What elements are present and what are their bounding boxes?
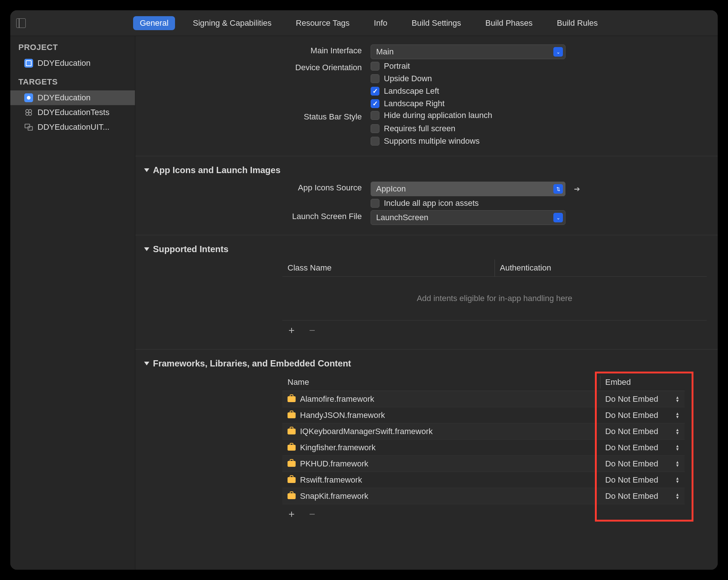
svg-point-2 [26, 112, 29, 115]
frameworks-table: Name Embed Alamofire.frameworkDo Not Emb… [282, 374, 685, 524]
checkbox[interactable] [371, 124, 379, 133]
status-bar-label: Status Bar Style [135, 111, 371, 122]
svg-point-1 [29, 110, 32, 112]
status-hide-launch-label: Hide during application launch [384, 111, 492, 120]
editor-tabbar: General Signing & Capabilities Resource … [10, 10, 718, 36]
status-fullscreen-label: Requires full screen [384, 124, 455, 133]
orientation-landscape-right-label: Landscape Right [384, 99, 445, 108]
tab-signing[interactable]: Signing & Capabilities [186, 16, 278, 30]
orientation-upside-down[interactable]: Upside Down [371, 74, 703, 83]
include-all-icons-label: Include all app icon assets [384, 198, 479, 208]
checkbox[interactable] [371, 99, 379, 108]
add-intent-button[interactable] [287, 326, 296, 335]
status-hide-launch[interactable]: Hide during application launch [371, 111, 703, 120]
svg-rect-4 [25, 124, 30, 128]
checkbox[interactable] [371, 87, 379, 96]
framework-icon [288, 445, 296, 451]
unit-tests-icon [24, 108, 33, 117]
section-frameworks-title: Frameworks, Libraries, and Embedded Cont… [153, 358, 351, 369]
svg-rect-5 [28, 126, 32, 130]
tab-build-settings[interactable]: Build Settings [405, 16, 468, 30]
checkbox[interactable] [371, 74, 379, 83]
framework-name: IQKeyboardManagerSwift.framework [300, 427, 433, 436]
sidebar-toggle-icon[interactable] [16, 18, 26, 28]
framework-icon [288, 493, 296, 499]
sidebar-target-tests[interactable]: DDYEducationTests [10, 105, 135, 120]
status-multiwindow-label: Supports multiple windows [384, 136, 479, 146]
app-icons-source-select[interactable]: AppIcon ⇅ [371, 182, 565, 196]
framework-name: Alamofire.framework [300, 394, 374, 404]
tab-info[interactable]: Info [367, 16, 394, 30]
section-intents[interactable]: Supported Intents [135, 235, 718, 259]
framework-name: HandyJSON.framework [300, 411, 385, 420]
editor-main: Main Interface Main ⌄ Device Orientation… [135, 36, 718, 570]
checkbox[interactable] [371, 111, 379, 120]
add-framework-button[interactable] [287, 509, 296, 519]
sidebar-project-item[interactable]: DDYEducation [10, 56, 135, 71]
frameworks-col-name[interactable]: Name [282, 374, 600, 391]
sidebar-target-uitests-label: DDYEducationUIT... [38, 122, 110, 132]
sidebar-target-app-label: DDYEducation [38, 93, 90, 103]
xcode-target-editor: General Signing & Capabilities Resource … [10, 10, 718, 570]
framework-icon [288, 396, 296, 402]
launch-screen-value: LaunchScreen [376, 213, 428, 222]
framework-name: Rswift.framework [300, 475, 362, 485]
sidebar-target-uitests[interactable]: DDYEducationUIT... [10, 120, 135, 135]
orientation-portrait-label: Portrait [384, 61, 410, 71]
sidebar-project-header: PROJECT [10, 36, 135, 56]
framework-name: PKHUD.framework [300, 459, 368, 469]
main-interface-select[interactable]: Main ⌄ [371, 44, 565, 59]
checkbox[interactable] [371, 137, 379, 146]
framework-icon [288, 412, 296, 418]
sidebar-project-label: DDYEducation [38, 58, 90, 68]
intents-table: Class Name Authentication Add intents el… [282, 259, 707, 340]
remove-framework-button[interactable] [307, 509, 317, 519]
intents-col-auth[interactable]: Authentication [495, 259, 707, 276]
intents-header: Class Name Authentication [282, 259, 707, 277]
main-interface-label: Main Interface [135, 44, 371, 56]
dropdown-arrow-icon: ⌄ [553, 213, 563, 222]
remove-intent-button[interactable] [307, 326, 317, 335]
dropdown-arrow-icon: ⌄ [553, 47, 563, 57]
orientation-upside-down-label: Upside Down [384, 74, 432, 83]
framework-icon [288, 461, 296, 467]
app-target-icon [24, 93, 33, 102]
editor-tabs: General Signing & Capabilities Resource … [26, 16, 712, 30]
project-sidebar: PROJECT DDYEducation TARGETS DDYEducatio… [10, 36, 135, 570]
checkbox[interactable] [371, 199, 379, 208]
chevron-down-icon [144, 168, 149, 172]
go-to-asset-icon[interactable]: ➔ [572, 184, 582, 194]
app-icons-source-value: AppIcon [376, 184, 406, 194]
annotation-highlight [595, 372, 693, 522]
section-app-icons-title: App Icons and Launch Images [153, 165, 281, 175]
orientation-landscape-left-label: Landscape Left [384, 86, 439, 96]
chevron-down-icon [144, 247, 149, 251]
intents-empty-text: Add intents eligible for in-app handling… [282, 277, 707, 321]
orientation-landscape-left[interactable]: Landscape Left [371, 86, 703, 96]
svg-point-0 [26, 110, 29, 112]
project-icon [24, 59, 33, 68]
ui-tests-icon [24, 123, 33, 132]
framework-icon [288, 429, 296, 434]
checkbox[interactable] [371, 62, 379, 71]
status-multiwindow[interactable]: Supports multiple windows [371, 136, 703, 146]
section-app-icons[interactable]: App Icons and Launch Images [135, 156, 718, 180]
tab-build-phases[interactable]: Build Phases [479, 16, 539, 30]
deployment-form: Main Interface Main ⌄ Device Orientation… [135, 36, 718, 531]
section-frameworks[interactable]: Frameworks, Libraries, and Embedded Cont… [135, 350, 718, 374]
framework-name: Kingfisher.framework [300, 443, 375, 452]
dropdown-arrow-icon: ⇅ [553, 184, 563, 194]
device-orientation-label: Device Orientation [135, 61, 371, 72]
launch-screen-select[interactable]: LaunchScreen ⌄ [371, 210, 565, 225]
tab-build-rules[interactable]: Build Rules [550, 16, 604, 30]
intents-col-classname[interactable]: Class Name [282, 259, 495, 276]
sidebar-targets-header: TARGETS [10, 71, 135, 90]
tab-general[interactable]: General [133, 16, 175, 30]
orientation-landscape-right[interactable]: Landscape Right [371, 99, 703, 108]
status-fullscreen[interactable]: Requires full screen [371, 124, 703, 133]
sidebar-target-app[interactable]: DDYEducation [10, 90, 135, 105]
tab-resource-tags[interactable]: Resource Tags [289, 16, 356, 30]
framework-icon [288, 477, 296, 483]
orientation-portrait[interactable]: Portrait [371, 61, 703, 71]
include-all-icons[interactable]: Include all app icon assets [371, 198, 703, 208]
